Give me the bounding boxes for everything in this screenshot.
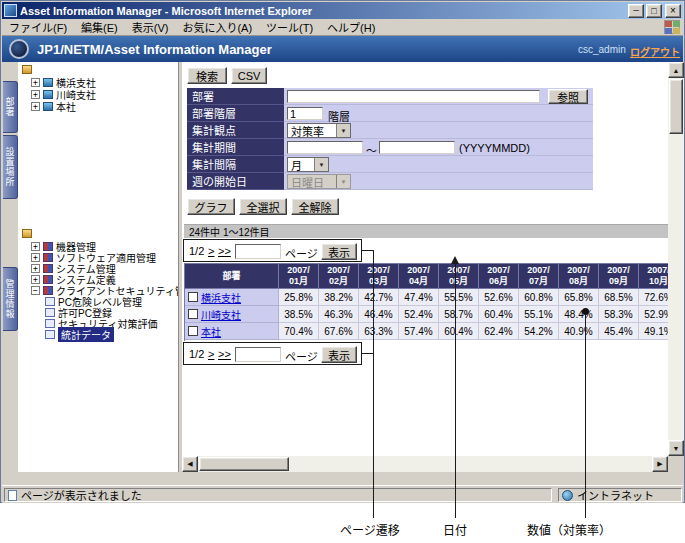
tab-location[interactable]: 設置場所: [3, 135, 18, 199]
logout-link[interactable]: ログアウト: [630, 44, 680, 59]
month-part: 04月: [409, 276, 428, 287]
form-label-department: 部署: [187, 88, 284, 105]
year-part: 2007/: [647, 265, 668, 276]
csv-button[interactable]: CSV: [231, 67, 267, 84]
graph-button[interactable]: グラフ: [187, 198, 235, 215]
collapse-icon[interactable]: −: [31, 286, 40, 295]
scroll-up-icon[interactable]: ▲: [668, 62, 684, 78]
management-tree-root-icon: [22, 229, 32, 238]
department-input[interactable]: [287, 90, 540, 103]
value-cell: 38.5%: [279, 306, 319, 323]
value-cell: 52.4%: [399, 306, 439, 323]
expand-icon[interactable]: +: [31, 78, 40, 87]
result-count-text: 24件中 1～12件目: [189, 224, 270, 239]
page-icon: [8, 490, 17, 501]
period-from-input[interactable]: [287, 141, 363, 154]
expand-icon[interactable]: +: [31, 253, 40, 262]
value-cell: 46.3%: [319, 306, 359, 323]
form-label-hierarchy: 部署階層: [187, 105, 284, 122]
annotation-label-value: 数値（対策率）: [527, 521, 611, 538]
expand-icon[interactable]: +: [31, 264, 40, 273]
form-label-weekstart: 週の開始日: [187, 173, 284, 190]
scroll-right-icon[interactable]: ▶: [652, 456, 668, 472]
app-logo-icon: [9, 39, 29, 59]
year-part: 2007/: [447, 265, 470, 276]
branch-icon: [43, 102, 53, 111]
tree-panel: + 横浜支社 + 川崎支社 + 本社 +: [18, 62, 179, 472]
chevron-down-icon: ▼: [336, 175, 350, 188]
tree-item-statistics-data[interactable]: 統計データ: [45, 329, 114, 340]
col-header-month: 2007/06月: [479, 264, 519, 289]
menu-help[interactable]: ヘルプ(H): [320, 18, 382, 36]
status-right-panel: イントラネット: [558, 488, 682, 502]
row-checkbox[interactable]: [188, 326, 198, 336]
year-part: 2007/: [487, 265, 510, 276]
value-cell: 25.8%: [279, 289, 319, 306]
minimize-button[interactable]: ─: [628, 4, 644, 18]
category-icon: [43, 253, 53, 262]
value-cell: 55.1%: [519, 306, 559, 323]
value-cell: 52.9%: [639, 306, 668, 323]
hierarchy-input[interactable]: [287, 107, 323, 120]
status-bar: ページが表示されました イントラネット: [2, 485, 683, 503]
tree-item-honsha[interactable]: + 本社: [31, 101, 76, 112]
row-checkbox[interactable]: [188, 292, 198, 302]
title-bar: Asset Information Manager - Microsoft In…: [2, 2, 683, 19]
tab-management-info[interactable]: 管理情報: [3, 267, 18, 331]
tree-item-label-selected: 統計データ: [58, 327, 114, 342]
vertical-scroll-thumb[interactable]: [669, 79, 683, 134]
form-label-period: 集計期間: [187, 139, 284, 156]
left-pane: 部署 設置場所 管理情報 + 横浜支社 + 川崎支社 +: [2, 62, 180, 472]
year-part: 2007/: [327, 265, 350, 276]
expand-icon[interactable]: +: [31, 102, 40, 111]
leaf-icon: [45, 308, 55, 317]
select-all-button[interactable]: 全選択: [239, 198, 287, 215]
horizontal-scroll-thumb[interactable]: [199, 457, 289, 471]
menu-favorites[interactable]: お気に入り(A): [175, 18, 259, 36]
expand-icon[interactable]: +: [31, 90, 40, 99]
weekstart-value: 日曜日: [291, 174, 324, 190]
department-link[interactable]: 川崎支社: [201, 307, 241, 322]
menu-file[interactable]: ファイル(F): [2, 18, 74, 36]
department-link[interactable]: 本社: [201, 324, 221, 339]
expand-icon[interactable]: +: [31, 242, 40, 251]
leaf-icon: [45, 330, 55, 339]
value-cell: 63.3%: [359, 323, 399, 340]
maximize-button[interactable]: □: [646, 4, 662, 18]
annotation-box-pagination-top: [183, 239, 362, 262]
screenshot-stage: Asset Information Manager - Microsoft In…: [0, 0, 685, 543]
expand-icon[interactable]: +: [31, 275, 40, 284]
menu-view[interactable]: 表示(V): [125, 18, 176, 36]
interval-value: 月: [291, 157, 302, 173]
close-button[interactable]: ×: [665, 4, 681, 18]
value-cell: 57.4%: [399, 323, 439, 340]
menu-edit[interactable]: 編集(E): [74, 18, 125, 36]
form-row-interval: [284, 156, 593, 173]
department-link[interactable]: 横浜支社: [201, 290, 241, 305]
annotation-line-value: [585, 314, 586, 518]
category-icon: [43, 264, 53, 273]
weekstart-select-disabled: 日曜日 ▼: [287, 174, 351, 189]
value-cell: 72.6%: [639, 289, 668, 306]
value-cell: 48.4%: [559, 306, 599, 323]
result-count-bar: 24件中 1～12件目: [184, 224, 668, 238]
scroll-down-icon[interactable]: ▼: [668, 440, 684, 456]
clear-all-button[interactable]: 全解除: [291, 198, 339, 215]
interval-select[interactable]: 月 ▼: [287, 157, 329, 172]
value-cell: 62.4%: [479, 323, 519, 340]
branch-icon: [43, 78, 53, 87]
month-part: 01月: [289, 276, 308, 287]
year-part: 2007/: [287, 265, 310, 276]
col-header-month: 2007/03月: [359, 264, 399, 289]
col-header-month: 2007/05月: [439, 264, 479, 289]
month-part: 06月: [489, 276, 508, 287]
tab-department[interactable]: 部署: [3, 81, 18, 133]
browse-button[interactable]: 参照: [548, 89, 588, 104]
value-cell: 49.1%: [639, 323, 668, 340]
menu-tools[interactable]: ツール(T): [259, 18, 320, 36]
viewpoint-select[interactable]: 対策率 ▼: [287, 123, 351, 138]
search-button[interactable]: 検索: [187, 67, 227, 84]
period-to-input[interactable]: [379, 141, 455, 154]
scroll-left-icon[interactable]: ◀: [182, 456, 198, 472]
row-checkbox[interactable]: [188, 309, 198, 319]
